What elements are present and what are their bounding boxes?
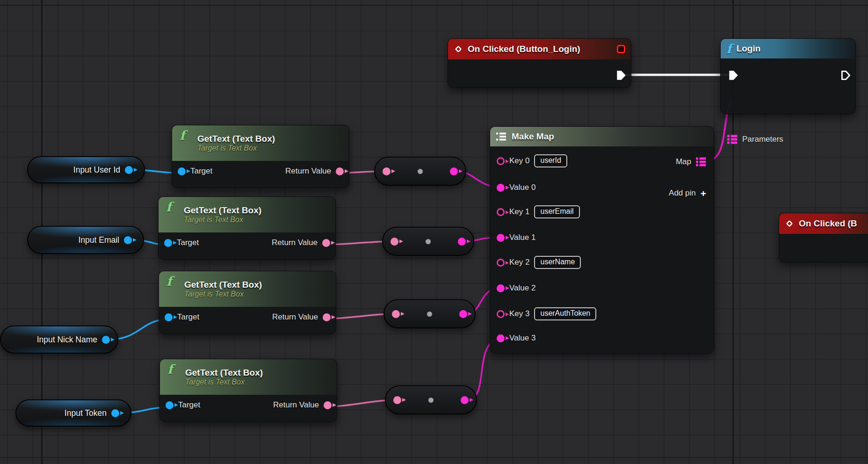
target-pin[interactable] [165,313,173,321]
key3-pin-row[interactable]: Key 3 userAuthToken [497,306,596,322]
target-label: Target [178,400,200,410]
variable-out-pin[interactable] [125,166,133,174]
gettext-node-header: f GetText (Text Box) Target is Text Box [160,359,337,395]
key3-value-field[interactable]: userAuthToken [534,307,596,320]
variable-node-input-nick-name[interactable]: Input Nick Name [0,326,118,354]
node-gettext-3[interactable]: f GetText (Text Box) Target is Text Box … [159,271,336,334]
target-pin[interactable] [178,167,186,175]
function-f-icon: f [166,275,172,288]
event-node-header: On Clicked (Button_Login) [448,39,631,59]
value2-pin-row[interactable]: Value 2 [497,280,535,296]
value1-pin[interactable] [497,234,505,242]
node-title: On Clicked (Button_Login) [468,44,580,54]
node-title: Login [737,44,761,54]
return-value-pin[interactable] [324,401,332,409]
value0-pin-row[interactable]: Value 0 [497,180,535,196]
value3-pin-row[interactable]: Value 3 [497,330,535,346]
makemap-node-header: Make Map [490,127,714,146]
conversion-out-pin[interactable] [458,238,466,246]
node-gettext-4[interactable]: f GetText (Text Box) Target is Text Box … [159,359,337,422]
conversion-node-4[interactable] [385,385,477,414]
return-value-label: Return Value [273,400,319,410]
key3-pin[interactable] [497,310,505,318]
conversion-node-2[interactable] [382,227,474,256]
node-gettext-1[interactable]: f GetText (Text Box) Target is Text Box … [172,125,349,188]
value1-pin-row[interactable]: Value 1 [497,230,535,246]
parameters-pin-label: Parameters [742,135,783,144]
conversion-dot-icon [426,239,431,244]
value0-label: Value 0 [509,183,535,192]
return-value-label: Return Value [272,238,318,247]
variable-label: Input Nick Name [37,335,97,345]
map-output-pin-row[interactable]: Map [676,154,706,170]
return-value-label: Return Value [285,167,331,176]
gettext-node-header: f GetText (Text Box) Target is Text Box [159,197,335,232]
node-on-clicked-button-login[interactable]: On Clicked (Button_Login) [448,38,631,88]
conversion-dot-icon [427,312,432,317]
key1-value-field[interactable]: userEmail [534,205,579,218]
variable-out-pin[interactable] [124,236,132,244]
key2-label: Key 2 [509,258,529,267]
key3-label: Key 3 [509,309,529,319]
map-pin-icon[interactable] [696,157,706,167]
conversion-in-pin[interactable] [393,396,401,404]
conversion-node-1[interactable] [374,157,466,186]
key1-pin[interactable] [497,208,505,216]
target-pin[interactable] [166,401,174,409]
exec-out-pin[interactable] [615,69,627,81]
node-on-clicked-partial[interactable]: On Clicked (B [779,213,868,262]
delegate-square-icon[interactable] [617,45,625,53]
conversion-node-3[interactable] [383,299,476,328]
function-f-icon: f [166,201,172,213]
variable-node-input-email[interactable]: Input Email [27,226,144,254]
node-gettext-2[interactable]: f GetText (Text Box) Target is Text Box … [158,196,336,260]
conversion-out-pin[interactable] [461,396,469,404]
target-label: Target [177,312,199,322]
conversion-out-pin[interactable] [459,310,467,318]
conversion-in-pin[interactable] [391,238,398,246]
variable-label: Input Email [78,235,119,245]
variable-out-pin[interactable] [102,336,110,344]
key2-pin-row[interactable]: Key 2 userName [497,254,581,270]
conversion-out-pin[interactable] [450,167,458,175]
function-f-icon: f [180,129,185,142]
add-pin-button[interactable]: Add pin + [669,185,706,201]
value2-pin[interactable] [497,284,505,292]
node-subtitle: Target is Text Box [197,144,257,152]
key1-pin-row[interactable]: Key 1 userEmail [497,204,580,220]
variable-label: Input User Id [73,165,120,175]
value3-pin[interactable] [497,334,505,342]
variable-node-input-user-id[interactable]: Input User Id [27,156,145,183]
blueprint-graph-canvas[interactable]: On Clicked (Button_Login) f Login Parame… [0,0,868,464]
node-title: GetText (Text Box) [184,205,261,216]
event-node-header: On Clicked (B [779,213,868,234]
conversion-in-pin[interactable] [383,167,391,175]
variable-label: Input Token [65,408,107,418]
key2-value-field[interactable]: userName [534,256,581,269]
target-label: Target [177,238,199,247]
node-make-map[interactable]: Make Map Key 0 userId Value 0 Key 1 user… [490,126,714,354]
key0-pin[interactable] [497,157,505,165]
key0-value-field[interactable]: userId [534,154,567,167]
key0-pin-row[interactable]: Key 0 userId [497,153,567,169]
parameters-pin-row[interactable]: Parameters [727,131,783,147]
key2-pin[interactable] [497,259,505,267]
node-title: Make Map [512,131,554,142]
node-title: GetText (Text Box) [184,280,262,290]
conversion-in-pin[interactable] [392,310,400,318]
variable-out-pin[interactable] [111,409,119,417]
map-output-label: Map [676,157,691,167]
variable-node-input-token[interactable]: Input Token [15,399,131,427]
return-value-pin[interactable] [336,167,344,175]
target-pin[interactable] [164,239,172,247]
return-value-pin[interactable] [322,239,330,247]
return-value-pin[interactable] [323,313,331,321]
function-node-header: f Login [721,39,855,58]
target-label: Target [190,167,212,176]
event-diamond-icon [785,219,794,228]
exec-out-pin[interactable] [839,69,852,81]
node-login[interactable]: f Login Parameters [720,38,856,114]
value0-pin[interactable] [497,184,505,192]
value3-label: Value 3 [509,334,535,343]
exec-in-pin[interactable] [727,69,739,81]
